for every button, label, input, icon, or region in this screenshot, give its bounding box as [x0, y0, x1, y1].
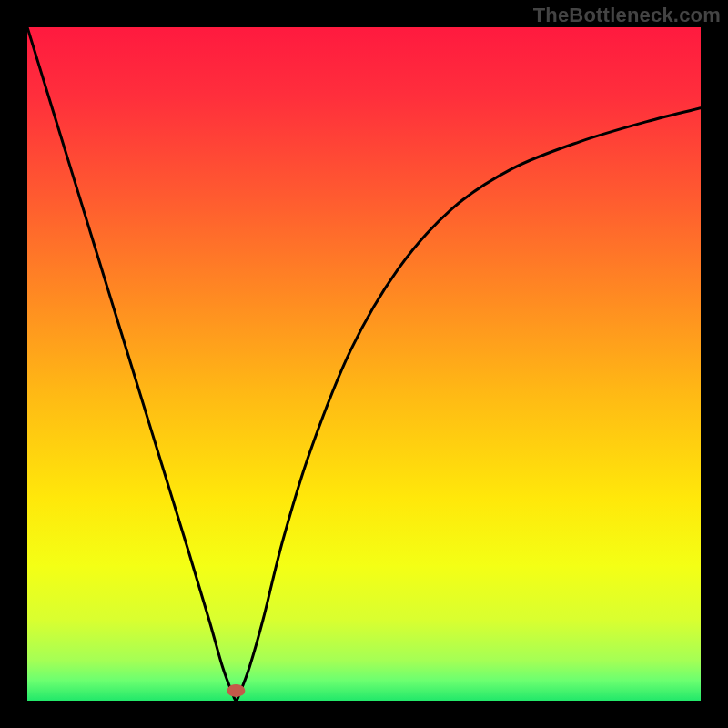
chart-frame: TheBottleneck.com [0, 0, 728, 728]
plot-area [27, 27, 701, 701]
curve-layer [27, 27, 701, 701]
attribution-label: TheBottleneck.com [533, 4, 721, 27]
bottleneck-curve [27, 27, 701, 701]
optimum-marker [227, 684, 245, 697]
